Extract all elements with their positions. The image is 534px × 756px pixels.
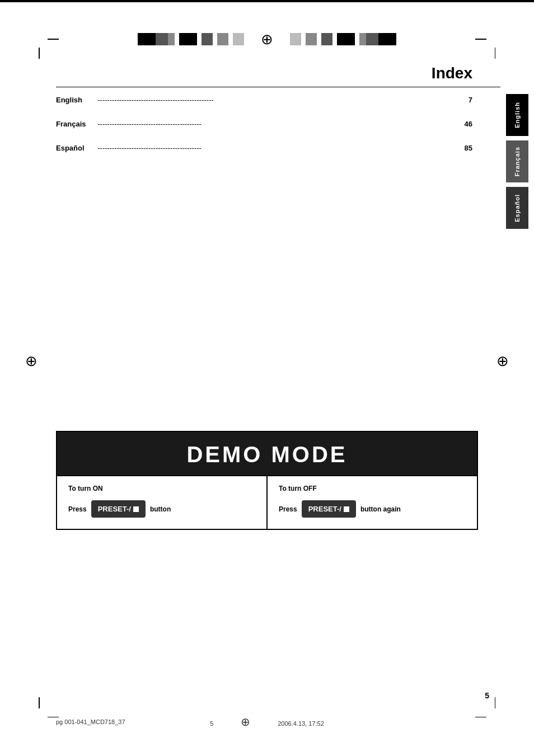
footer-page-number: 5: [210, 720, 213, 727]
reg-line: [48, 717, 59, 718]
tab-espanol[interactable]: Español: [506, 187, 528, 229]
entry-dots-espanol: ----------------------------------------…: [97, 144, 462, 152]
demo-on-press: Press: [68, 505, 87, 513]
index-title: Index: [56, 64, 500, 82]
demo-on-column: To turn ON Press PRESET-/ button: [57, 476, 268, 529]
demo-off-instruction: Press PRESET-/ button again: [279, 500, 466, 518]
reg-line: [475, 717, 486, 718]
demo-on-title: To turn ON: [68, 485, 255, 492]
reg-line: [39, 48, 40, 59]
entry-page-francais: 46: [465, 120, 472, 128]
demo-on-preset-button: PRESET-/: [91, 500, 146, 518]
index-entry-english: English --------------------------------…: [56, 96, 472, 104]
tab-english[interactable]: English: [506, 94, 528, 136]
entry-page-espanol: 85: [465, 144, 472, 152]
demo-columns: To turn ON Press PRESET-/ button To turn…: [57, 475, 477, 529]
preset-square-on: [133, 506, 139, 512]
left-reg-cross: ⊕: [25, 353, 38, 370]
entry-dots-francais: ----------------------------------------…: [97, 120, 462, 128]
demo-off-preset-text: PRESET-/: [308, 505, 341, 513]
entry-name-espanol: Español: [56, 144, 95, 152]
demo-on-button-label: button: [150, 505, 171, 513]
demo-off-column: To turn OFF Press PRESET-/ button again: [268, 476, 477, 529]
top-color-bar: ⊕: [0, 31, 534, 48]
entry-name-english: English: [56, 96, 95, 104]
page-number: 5: [485, 691, 489, 700]
footer-center: 5 ⊕ 2006.4.13, 17:52: [210, 715, 324, 729]
reg-line: [39, 697, 40, 708]
preset-square-off: [344, 506, 349, 512]
index-section: Index English --------------------------…: [56, 64, 500, 168]
demo-off-title: To turn OFF: [279, 485, 466, 492]
entry-dots-english: ----------------------------------------…: [97, 96, 466, 104]
corner-mark-br: [0, 2, 534, 2]
color-strip-right: [290, 33, 396, 45]
footer-crosshair: ⊕: [241, 716, 250, 728]
tab-espanol-label: Español: [514, 194, 521, 222]
reg-line: [495, 48, 496, 59]
index-entries: English --------------------------------…: [56, 87, 500, 152]
right-reg-cross: ⊕: [496, 353, 509, 370]
demo-off-preset-button: PRESET-/: [302, 500, 356, 518]
footer: pg 001-041_MCD718_37 5 ⊕ 2006.4.13, 17:5…: [56, 719, 478, 725]
index-entry-espanol: Español --------------------------------…: [56, 144, 472, 152]
tab-francais[interactable]: Français: [506, 140, 528, 182]
demo-mode-title: DEMO MODE: [57, 432, 477, 475]
footer-date: 2006.4.13, 17:52: [278, 720, 324, 727]
entry-name-francais: Français: [56, 120, 95, 128]
language-tabs: English Français Español: [506, 94, 534, 229]
demo-off-button-label: button again: [360, 505, 401, 513]
tab-francais-label: Français: [514, 147, 521, 176]
demo-mode-box: DEMO MODE To turn ON Press PRESET-/ butt…: [56, 431, 478, 530]
demo-off-press: Press: [279, 505, 297, 513]
tab-english-label: English: [514, 102, 521, 128]
demo-on-preset-text: PRESET-/: [98, 505, 131, 513]
footer-left: pg 001-041_MCD718_37: [56, 719, 125, 725]
reg-line: [495, 697, 496, 708]
entry-page-english: 7: [469, 96, 472, 104]
color-strip-left: [138, 33, 244, 45]
center-reg-cross: ⊕: [261, 32, 273, 46]
index-entry-francais: Français -------------------------------…: [56, 120, 472, 128]
demo-on-instruction: Press PRESET-/ button: [68, 500, 255, 518]
